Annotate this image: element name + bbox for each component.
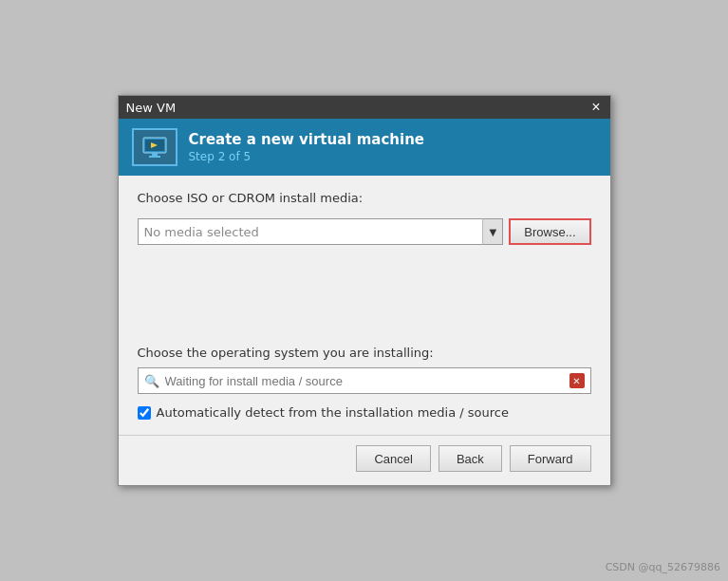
media-dropdown-arrow[interactable]: ▼ <box>482 218 503 245</box>
window-title: New VM <box>126 101 177 115</box>
auto-detect-row: Automatically detect from the installati… <box>138 402 591 423</box>
header-title: Create a new virtual machine <box>189 131 425 148</box>
os-section: Choose the operating system you are inst… <box>119 346 610 435</box>
auto-detect-label: Automatically detect from the installati… <box>157 405 509 420</box>
back-button[interactable]: Back <box>439 445 502 472</box>
cancel-button[interactable]: Cancel <box>356 445 430 472</box>
svg-rect-3 <box>152 153 158 156</box>
content-section: Choose ISO or CDROM install media: No me… <box>119 176 610 346</box>
vm-icon <box>132 128 177 166</box>
new-vm-dialog: New VM × Create a new virtual machine St… <box>118 95 611 486</box>
media-placeholder: No media selected <box>144 225 477 239</box>
search-icon: 🔍 <box>144 374 159 388</box>
svg-rect-4 <box>149 156 160 158</box>
forward-button[interactable]: Forward <box>510 445 591 472</box>
os-section-label: Choose the operating system you are inst… <box>138 346 591 360</box>
media-section-label: Choose ISO or CDROM install media: <box>138 191 591 205</box>
media-dropdown[interactable]: No media selected <box>138 218 483 245</box>
close-button[interactable]: × <box>589 100 602 115</box>
clear-icon[interactable]: ✕ <box>569 373 585 388</box>
header-text: Create a new virtual machine Step 2 of 5 <box>189 131 425 163</box>
auto-detect-checkbox[interactable] <box>138 406 151 420</box>
spacer <box>138 254 591 330</box>
media-row: No media selected ▼ Browse... <box>138 218 591 245</box>
title-bar: New VM × <box>119 96 610 119</box>
os-search-row: 🔍 ✕ <box>138 367 591 394</box>
watermark: CSDN @qq_52679886 <box>606 561 720 573</box>
header-section: Create a new virtual machine Step 2 of 5 <box>119 119 610 176</box>
footer-buttons: Cancel Back Forward <box>119 435 610 485</box>
browse-button[interactable]: Browse... <box>509 218 590 245</box>
header-subtitle: Step 2 of 5 <box>189 150 425 163</box>
os-search-input[interactable] <box>165 374 564 388</box>
